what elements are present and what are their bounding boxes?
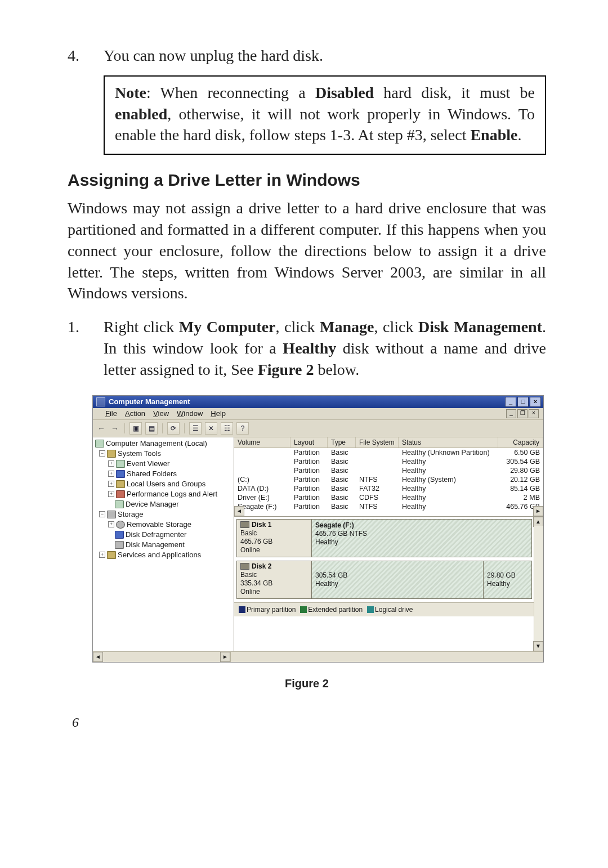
disk2-block[interactable]: Disk 2 Basic 335.34 GB Online 305.54 GB … — [236, 561, 532, 599]
col-type[interactable]: Type — [328, 437, 356, 448]
legend-logical-swatch — [367, 606, 374, 613]
note-lead: Note — [115, 84, 146, 101]
toolbar-refresh-button[interactable]: ⟳ — [167, 422, 180, 435]
disk1-partition1[interactable]: Seagate (F:) 465.76 GB NTFS Healthy — [312, 520, 531, 557]
disk-icon — [240, 521, 249, 528]
tree-device-manager[interactable]: Device Manager — [95, 499, 233, 509]
disk1-block[interactable]: Disk 1 Basic 465.76 GB Online Seagate (F… — [236, 519, 532, 557]
col-filesystem[interactable]: File System — [356, 437, 399, 448]
minimize-button[interactable]: _ — [505, 397, 516, 407]
volume-list-header: Volume Layout Type File System Status Ca… — [234, 437, 543, 448]
window-titlebar: Computer Management _ □ × — [93, 396, 543, 408]
window-title: Computer Management — [109, 397, 190, 406]
note-box: Note: When reconnecting a Disabled hard … — [104, 75, 546, 155]
tree-hscroll-left-icon[interactable]: ◄ — [93, 652, 103, 662]
step1-b4: Healthy — [283, 339, 336, 357]
tree-hscroll-right-icon[interactable]: ► — [220, 652, 230, 662]
volume-row[interactable]: DATA (D:)PartitionBasicFAT32Healthy85.14… — [234, 484, 543, 493]
close-button[interactable]: × — [530, 397, 541, 407]
hscroll-left-icon[interactable]: ◄ — [234, 506, 244, 516]
disk1-label: Disk 1 Basic 465.76 GB Online — [237, 520, 312, 557]
col-layout[interactable]: Layout — [290, 437, 328, 448]
legend-primary-swatch — [239, 606, 245, 613]
volume-row[interactable]: PartitionBasicHealthy29.80 GB — [234, 466, 543, 475]
tree-removable-storage[interactable]: +Removable Storage — [95, 520, 233, 530]
toolbar-button-2[interactable]: ▤ — [145, 422, 158, 435]
step1-text: Right click My Computer, click Manage, c… — [104, 316, 546, 380]
volume-row[interactable]: PartitionBasicHealthy (Unknown Partition… — [234, 448, 543, 457]
legend-extended-swatch — [300, 606, 307, 613]
tree-services[interactable]: +Services and Applications — [95, 550, 233, 560]
tree-local-users[interactable]: +Local Users and Groups — [95, 479, 233, 489]
inner-close-button[interactable]: × — [529, 409, 539, 418]
note-bold1: Disabled — [315, 84, 374, 101]
intro-paragraph: Windows may not assign a drive letter to… — [68, 198, 546, 304]
note-bold3: Enable — [470, 126, 517, 144]
disk2-partition1[interactable]: 305.54 GB Healthy — [312, 561, 483, 598]
menu-file[interactable]: File — [105, 409, 117, 418]
toolbar-delete-button[interactable]: ✕ — [205, 422, 217, 435]
tree-defragmenter[interactable]: Disk Defragmenter — [95, 530, 233, 540]
inner-restore-button[interactable]: ❐ — [517, 409, 527, 418]
legend: Primary partition Extended partition Log… — [234, 602, 543, 616]
step1-number: 1. — [68, 316, 104, 380]
toolbar-button-1[interactable]: ▣ — [129, 422, 142, 435]
disk-icon — [240, 563, 249, 570]
vscroll-track[interactable] — [534, 526, 543, 642]
volume-row[interactable]: (C:)PartitionBasicNTFSHealthy (System)20… — [234, 475, 543, 484]
menu-view[interactable]: View — [153, 409, 169, 418]
step4-number: 4. — [68, 45, 104, 66]
menu-window[interactable]: Window — [177, 409, 203, 418]
step1-b5: Figure 2 — [258, 361, 314, 378]
legend-extended-label: Extended partition — [308, 606, 363, 614]
toolbar-properties-button[interactable]: ☰ — [189, 422, 202, 435]
disk-graphical-view[interactable]: ▲ ▼ Disk 1 Basic 465.76 GB Online — [234, 517, 543, 651]
computer-management-screenshot: Computer Management _ □ × File Action Vi… — [92, 395, 544, 663]
tree-storage[interactable]: −Storage — [95, 509, 233, 520]
note-bold2: enabled — [115, 105, 167, 123]
hscroll-right-icon[interactable]: ► — [533, 506, 543, 516]
app-icon — [96, 397, 105, 406]
step4-text: You can now unplug the hard disk. — [104, 45, 546, 66]
toolbar-button-6[interactable]: ☷ — [221, 422, 233, 435]
menu-action[interactable]: Action — [125, 409, 145, 418]
nav-forward-icon[interactable]: → — [110, 424, 120, 433]
nav-tree[interactable]: Computer Management (Local) −System Tool… — [93, 437, 234, 651]
disk2-partition2[interactable]: 29.80 GB Healthy — [483, 561, 531, 598]
step1-b1: My Computer — [179, 318, 276, 335]
volume-row[interactable]: Driver (E:)PartitionBasicCDFSHealthy2 MB — [234, 493, 543, 502]
toolbar-help-button[interactable]: ? — [236, 422, 249, 435]
tree-system-tools[interactable]: −System Tools — [95, 449, 233, 459]
note-seg4: . — [517, 126, 521, 144]
note-seg1: : When reconnecting a — [146, 84, 315, 101]
volume-row[interactable]: PartitionBasicHealthy305.54 GB — [234, 457, 543, 466]
col-volume[interactable]: Volume — [234, 437, 290, 448]
vscroll-down-icon[interactable]: ▼ — [533, 641, 543, 651]
step1-seg1: Right click — [104, 318, 179, 335]
col-capacity[interactable]: Capacity — [498, 437, 543, 448]
figure-caption: Figure 2 — [68, 677, 546, 690]
legend-primary-label: Primary partition — [247, 606, 296, 614]
volume-list[interactable]: Volume Layout Type File System Status Ca… — [234, 437, 543, 517]
step1-b2: Manage — [320, 318, 374, 335]
step1-seg2: , click — [276, 318, 320, 335]
tree-shared-folders[interactable]: +Shared Folders — [95, 469, 233, 479]
legend-logical-label: Logical drive — [375, 606, 413, 614]
col-status[interactable]: Status — [399, 437, 498, 448]
tree-perf-logs[interactable]: +Performance Logs and Alert — [95, 489, 233, 499]
inner-minimize-button[interactable]: _ — [506, 409, 516, 418]
volume-row[interactable]: Seagate (F:)PartitionBasicNTFSHealthy465… — [234, 502, 543, 511]
menu-help[interactable]: Help — [211, 409, 226, 418]
step1-seg6: below. — [314, 361, 360, 378]
toolbar: ← → ▣ ▤ ⟳ ☰ ✕ ☷ ? — [93, 420, 543, 437]
nav-back-icon[interactable]: ← — [96, 424, 106, 433]
step1-seg3: , click — [374, 318, 418, 335]
tree-event-viewer[interactable]: +Event Viewer — [95, 459, 233, 469]
disk2-label: Disk 2 Basic 335.34 GB Online — [237, 561, 312, 598]
maximize-button[interactable]: □ — [517, 397, 529, 407]
tree-root[interactable]: Computer Management (Local) — [95, 439, 233, 449]
page-number: 6 — [72, 715, 546, 730]
step1-b3: Disk Management — [418, 318, 542, 335]
tree-disk-management[interactable]: Disk Management — [95, 540, 233, 550]
note-seg2: hard disk, it must be — [374, 84, 535, 101]
